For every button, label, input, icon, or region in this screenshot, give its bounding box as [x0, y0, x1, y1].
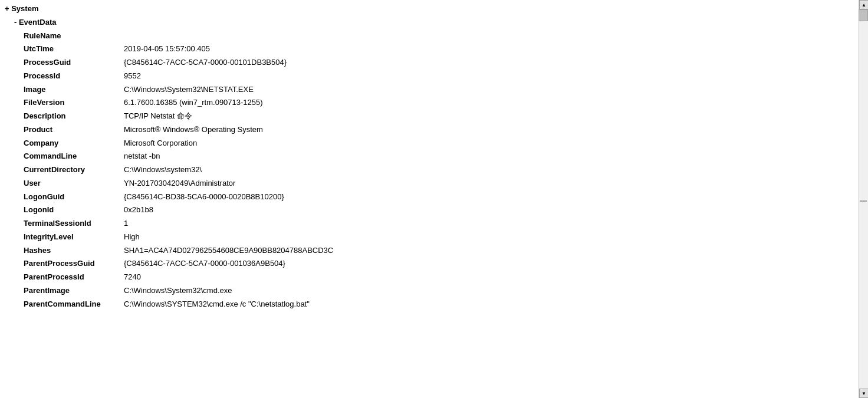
field-terminalsessionid: TerminalSessionId 1 — [24, 217, 851, 231]
field-value-hashes: SHA1=AC4A74D027962554608CE9A90BB8204788A… — [124, 244, 333, 258]
field-key-currentdirectory: CurrentDirectory — [24, 163, 124, 177]
field-parentprocessguid: ParentProcessGuid {C845614C-7ACC-5CA7-00… — [24, 257, 851, 271]
field-value-logonid: 0x2b1b8 — [124, 203, 153, 217]
field-key-logonguid: LogonGuid — [24, 190, 124, 204]
field-value-user: YN-201703042049\Administrator — [124, 177, 235, 190]
eventdata-node[interactable]: - EventData — [5, 16, 851, 29]
field-commandline: CommandLine netstat -bn — [24, 150, 851, 163]
scroll-down-icon: ▼ — [862, 391, 866, 396]
field-key-utctime: UtcTime — [24, 42, 124, 56]
field-key-parentcommandline: ParentCommandLine — [24, 298, 124, 311]
field-key-product: Product — [24, 123, 124, 137]
field-value-commandline: netstat -bn — [124, 150, 160, 163]
field-value-currentdirectory: C:\Windows\system32\ — [124, 163, 202, 177]
field-key-integritylevel: IntegrityLevel — [24, 231, 124, 244]
scrollbar-thumb[interactable] — [859, 9, 868, 21]
field-value-utctime: 2019-04-05 15:57:00.405 — [124, 42, 210, 56]
field-key-fileversion: FileVersion — [24, 96, 124, 110]
field-processid: ProcessId 9552 — [24, 70, 851, 83]
system-toggle[interactable]: + System — [5, 2, 38, 16]
field-integritylevel: IntegrityLevel High — [24, 231, 851, 244]
field-value-parentcommandline: C:\Windows\SYSTEM32\cmd.exe /c "C:\netst… — [124, 298, 310, 311]
field-value-company: Microsoft Corporation — [124, 137, 197, 150]
field-value-fileversion: 6.1.7600.16385 (win7_rtm.090713-1255) — [124, 96, 263, 110]
field-value-processguid: {C845614C-7ACC-5CA7-0000-00101DB3B504} — [124, 56, 287, 70]
field-value-processid: 9552 — [124, 70, 141, 83]
scrollbar-middle-line — [860, 200, 867, 202]
field-logonguid: LogonGuid {C845614C-BD38-5CA6-0000-0020B… — [24, 190, 851, 204]
scrollbar-down-arrow[interactable]: ▼ — [859, 389, 868, 398]
field-key-image: Image — [24, 83, 124, 97]
field-description: Description TCP/IP Netstat 命令 — [24, 110, 851, 123]
field-currentdirectory: CurrentDirectory C:\Windows\system32\ — [24, 163, 851, 177]
system-node[interactable]: + System — [5, 2, 851, 16]
content-area: + System - EventData RuleName UtcTime 20… — [0, 0, 856, 398]
field-value-parentprocessguid: {C845614C-7ACC-5CA7-0000-001036A9B504} — [124, 257, 285, 271]
field-value-product: Microsoft® Windows® Operating System — [124, 123, 263, 137]
field-key-parentimage: ParentImage — [24, 284, 124, 298]
field-key-commandline: CommandLine — [24, 150, 124, 163]
field-key-rulename: RuleName — [24, 29, 124, 43]
field-fileversion: FileVersion 6.1.7600.16385 (win7_rtm.090… — [24, 96, 851, 110]
eventdata-toggle[interactable]: - EventData — [14, 16, 57, 29]
field-key-company: Company — [24, 137, 124, 150]
field-user: User YN-201703042049\Administrator — [24, 177, 851, 190]
field-key-hashes: Hashes — [24, 244, 124, 258]
field-key-processid: ProcessId — [24, 70, 124, 83]
field-image: Image C:\Windows\System32\NETSTAT.EXE — [24, 83, 851, 97]
field-parentprocessid: ParentProcessId 7240 — [24, 271, 851, 284]
field-parentcommandline: ParentCommandLine C:\Windows\SYSTEM32\cm… — [24, 298, 851, 311]
field-key-logonid: LogonId — [24, 203, 124, 217]
field-rulename: RuleName — [24, 29, 851, 43]
field-key-user: User — [24, 177, 124, 190]
field-key-terminalsessionid: TerminalSessionId — [24, 217, 124, 231]
field-processguid: ProcessGuid {C845614C-7ACC-5CA7-0000-001… — [24, 56, 851, 70]
field-key-processguid: ProcessGuid — [24, 56, 124, 70]
field-key-description: Description — [24, 110, 124, 123]
field-key-parentprocessguid: ParentProcessGuid — [24, 257, 124, 271]
field-value-terminalsessionid: 1 — [124, 217, 128, 231]
scrollbar-track: ▲ ▼ — [859, 0, 868, 398]
field-value-description: TCP/IP Netstat 命令 — [124, 110, 192, 123]
field-logonid: LogonId 0x2b1b8 — [24, 203, 851, 217]
field-value-parentprocessid: 7240 — [124, 271, 141, 284]
fields-container: RuleName UtcTime 2019-04-05 15:57:00.405… — [5, 29, 851, 311]
field-product: Product Microsoft® Windows® Operating Sy… — [24, 123, 851, 137]
field-key-parentprocessid: ParentProcessId — [24, 271, 124, 284]
field-value-logonguid: {C845614C-BD38-5CA6-0000-0020B8B10200} — [124, 190, 284, 204]
field-parentimage: ParentImage C:\Windows\System32\cmd.exe — [24, 284, 851, 298]
field-value-parentimage: C:\Windows\System32\cmd.exe — [124, 284, 232, 298]
scroll-up-icon: ▲ — [862, 2, 866, 8]
field-utctime: UtcTime 2019-04-05 15:57:00.405 — [24, 42, 851, 56]
field-value-integritylevel: High — [124, 231, 140, 244]
field-company: Company Microsoft Corporation — [24, 137, 851, 150]
field-value-image: C:\Windows\System32\NETSTAT.EXE — [124, 83, 254, 97]
scrollbar-up-arrow[interactable]: ▲ — [859, 0, 868, 9]
field-hashes: Hashes SHA1=AC4A74D027962554608CE9A90BB8… — [24, 244, 851, 258]
